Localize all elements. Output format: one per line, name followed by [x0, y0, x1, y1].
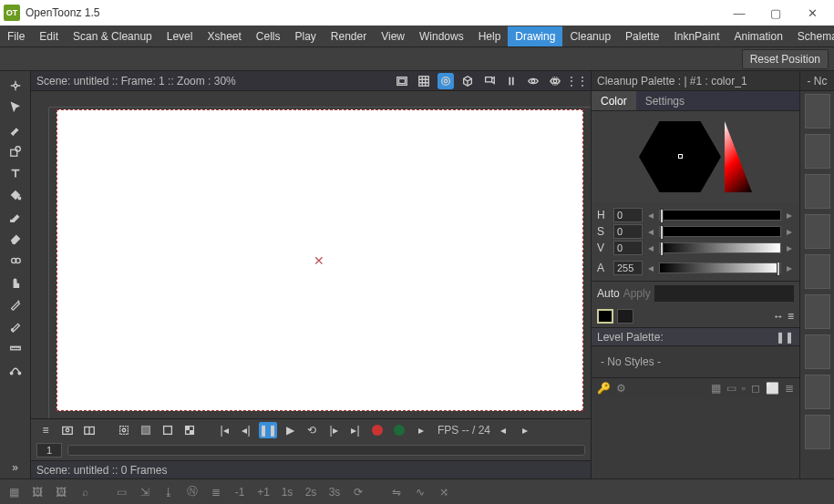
h-dec-icon[interactable]: ◂ — [646, 209, 655, 221]
minimize-button[interactable]: — — [721, 0, 757, 26]
step-3s-icon[interactable]: 3s — [326, 486, 343, 499]
palette-view-list-icon[interactable]: ≣ — [785, 382, 794, 395]
menu-edit[interactable]: Edit — [32, 26, 66, 46]
v-dec-icon[interactable]: ◂ — [646, 242, 655, 254]
a-inc-icon[interactable]: ▸ — [785, 262, 794, 274]
h-input[interactable] — [613, 208, 643, 222]
current-frame-input[interactable] — [36, 443, 62, 458]
last-frame-icon[interactable]: ▸| — [346, 422, 365, 438]
box-icon[interactable]: ▭ — [113, 486, 129, 499]
pause-icon[interactable]: ❚❚ — [259, 422, 277, 438]
link-toggle-icon[interactable]: ↔ — [773, 310, 784, 323]
image-icon[interactable]: 🖼 — [29, 486, 46, 499]
tape-tool-icon[interactable] — [5, 251, 26, 271]
rgb-picker-tool-icon[interactable] — [5, 316, 26, 336]
room-cleanup[interactable]: Cleanup — [562, 26, 618, 46]
record-red-icon[interactable] — [368, 422, 386, 438]
palette-view-small-icon[interactable]: ▫ — [742, 382, 746, 395]
paint-brush-tool-icon[interactable] — [5, 207, 26, 227]
room-animation[interactable]: Animation — [726, 26, 789, 46]
swing-icon[interactable]: ∿ — [412, 486, 428, 499]
type-tool-icon[interactable] — [5, 163, 26, 183]
a-slider[interactable] — [659, 262, 781, 273]
new-style-icon[interactable]: ▦ — [711, 382, 721, 395]
apply-button[interactable]: Apply — [623, 287, 651, 300]
v-slider[interactable] — [659, 242, 781, 253]
control-point-tool-icon[interactable] — [5, 360, 26, 380]
tool-options-expand-icon[interactable]: » — [5, 458, 26, 478]
color-picker[interactable] — [592, 111, 799, 202]
image2-icon[interactable]: 🖼 — [53, 486, 69, 499]
edit-tool-icon[interactable] — [5, 76, 26, 96]
subcamera-preview-icon[interactable] — [547, 73, 563, 89]
current-color-swatch[interactable] — [597, 309, 613, 324]
new-page-icon[interactable]: ▭ — [726, 382, 736, 395]
step-2s-icon[interactable]: 2s — [303, 486, 319, 499]
eraser-tool-icon[interactable] — [5, 229, 26, 249]
brush-tool-icon[interactable] — [5, 119, 26, 139]
h-slider[interactable] — [659, 210, 781, 221]
histogram-icon[interactable]: ▸ — [412, 422, 430, 438]
playbar-menu-icon[interactable]: ≡ — [36, 422, 55, 438]
swatch-cell[interactable] — [805, 294, 830, 329]
s-inc-icon[interactable]: ▸ — [785, 225, 794, 238]
next-frame-icon[interactable]: |▸ — [324, 422, 343, 438]
camera-view-icon[interactable] — [438, 73, 454, 89]
palette-view-med-icon[interactable]: ◻ — [751, 382, 760, 395]
menu-view[interactable]: View — [374, 26, 412, 46]
reverse-icon[interactable]: ⇋ — [388, 486, 405, 499]
s-slider[interactable] — [659, 226, 781, 237]
room-schematic[interactable]: Schemat — [790, 26, 834, 46]
loop-icon[interactable]: ⟲ — [303, 422, 321, 438]
sv-triangle[interactable] — [725, 121, 752, 192]
canvas-area[interactable]: ✕ — [31, 91, 591, 418]
maximize-button[interactable]: ▢ — [757, 0, 794, 26]
bg-white-icon[interactable] — [137, 422, 155, 438]
stack-icon[interactable]: ≣ — [208, 486, 224, 499]
v-inc-icon[interactable]: ▸ — [785, 242, 794, 254]
room-palette[interactable]: Palette — [618, 26, 666, 46]
menu-scan-cleanup[interactable]: Scan & Cleanup — [66, 26, 160, 46]
previous-color-swatch[interactable] — [617, 309, 633, 324]
geometric-tool-icon[interactable] — [5, 141, 26, 161]
fill-tool-icon[interactable] — [5, 185, 26, 205]
swatch-cell[interactable] — [805, 94, 830, 129]
swatch-cell[interactable] — [805, 254, 830, 289]
freeze-icon[interactable] — [503, 73, 520, 89]
camera-stand-icon[interactable] — [481, 73, 498, 89]
swatch-cell[interactable] — [805, 415, 830, 449]
bg-black-icon[interactable] — [159, 422, 177, 438]
define-subcamera-icon[interactable] — [115, 422, 133, 438]
swatch-cell[interactable] — [805, 334, 830, 369]
newfile-icon[interactable]: ▦ — [5, 486, 22, 499]
scan-icon[interactable]: ⌕ — [77, 486, 93, 499]
a-dec-icon[interactable]: ◂ — [646, 262, 655, 274]
step-minus-icon[interactable]: -1 — [232, 486, 248, 499]
step-plus-icon[interactable]: +1 — [255, 486, 272, 499]
3d-view-icon[interactable] — [459, 73, 476, 89]
palette-cfg-icon[interactable]: ⚙ — [616, 382, 626, 395]
collapse-icon[interactable]: ⇲ — [137, 486, 153, 499]
loop-n-icon[interactable]: Ⓝ — [184, 484, 201, 499]
close-button[interactable]: ✕ — [794, 0, 830, 26]
palette-view-large-icon[interactable]: ⬜ — [766, 382, 779, 395]
menu-play[interactable]: Play — [287, 26, 323, 46]
style-picker-tool-icon[interactable] — [5, 294, 26, 314]
level-palette-pause-icon[interactable]: ❚❚ — [776, 331, 794, 344]
h-inc-icon[interactable]: ▸ — [785, 209, 794, 221]
frame-slider[interactable] — [67, 445, 585, 456]
room-inknpaint[interactable]: InknPaint — [666, 26, 726, 46]
a-input[interactable] — [613, 261, 643, 275]
swatch-cell[interactable] — [805, 375, 830, 409]
swatch-cell[interactable] — [805, 134, 830, 169]
drawing-canvas[interactable]: ✕ — [57, 109, 583, 411]
prev-frame-icon[interactable]: ◂| — [237, 422, 255, 438]
viewer-menu-handle-icon[interactable]: ⋮⋮ — [569, 73, 585, 89]
open-icon[interactable]: ⭳ — [160, 486, 177, 499]
auto-button[interactable]: Auto — [597, 287, 620, 300]
s-input[interactable] — [613, 224, 643, 239]
menu-level[interactable]: Level — [160, 26, 201, 46]
s-dec-icon[interactable]: ◂ — [646, 225, 655, 238]
menu-cells[interactable]: Cells — [249, 26, 288, 46]
refresh-icon[interactable]: ⟳ — [350, 486, 366, 499]
